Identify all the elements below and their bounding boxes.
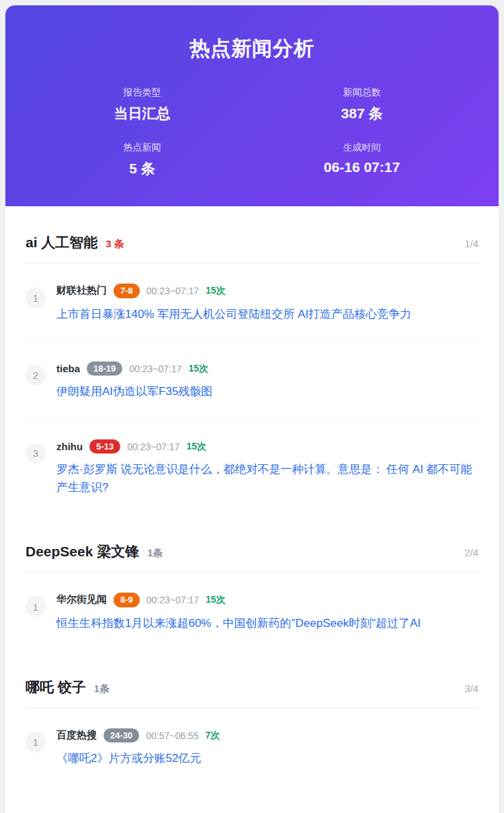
item-frequency: 7次: [206, 730, 220, 742]
stat-value: 06-16 07:17: [252, 159, 472, 175]
news-title-link[interactable]: 恒生生科指数1月以来涨超60%，中国创新药的"DeepSeek时刻"超过了AI: [56, 615, 478, 632]
section-page-indicator: 3/4: [464, 683, 478, 694]
item-meta: 华尔街见闻 8-9 00:23~07:17 15次: [56, 593, 478, 607]
stat-label: 生成时间: [252, 142, 472, 154]
item-index-badge: 3: [26, 443, 46, 464]
item-time-range: 00:23~07:17: [146, 595, 199, 605]
item-time-range: 00:57~06:55: [146, 730, 198, 741]
stat-total-news: 新闻总数 387 条: [252, 87, 472, 123]
news-item: 1 华尔街见闻 8-9 00:23~07:17 15次 恒生生科指数1月以来涨超…: [26, 572, 478, 636]
rank-badge: 7-8: [114, 284, 140, 298]
news-title-link[interactable]: 《哪吒2》片方或分账52亿元: [56, 750, 478, 767]
rank-badge: 5-13: [89, 439, 120, 454]
item-index-badge: 1: [26, 732, 46, 753]
item-index-badge: 1: [26, 288, 46, 308]
item-meta: 百度热搜 24-30 00:57~06:55 7次: [56, 728, 478, 743]
stat-value: 当日汇总: [32, 104, 252, 123]
item-source: 财联社热门: [56, 284, 107, 297]
item-time-range: 00:23~07:17: [129, 363, 181, 374]
section-ai: ai 人工智能 3 条 1/4 1 财联社热门 7-8 00:23~07:17 …: [26, 233, 478, 501]
news-item: 1 财联社热门 7-8 00:23~07:17 15次 上市首日暴涨140% 军…: [26, 263, 478, 341]
report-content: ai 人工智能 3 条 1/4 1 财联社热门 7-8 00:23~07:17 …: [5, 206, 499, 799]
item-index-badge: 1: [26, 597, 46, 617]
item-body: tieba 18-19 00:23~07:17 15次 伊朗疑用AI伪造以军F3…: [56, 361, 478, 401]
stat-hot-news: 热点新闻 5 条: [32, 142, 252, 178]
section-page-indicator: 2/4: [464, 547, 478, 558]
news-title-link[interactable]: 上市首日暴涨140% 军用无人机公司登陆纽交所 AI打造产品核心竞争力: [56, 306, 478, 323]
news-item: 1 百度热搜 24-30 00:57~06:55 7次 《哪吒2》片方或分账52…: [26, 708, 478, 772]
item-frequency: 15次: [186, 441, 206, 453]
section-deepseek: DeepSeek 梁文锋 1条 2/4 1 华尔街见闻 8-9 00:23~07…: [26, 542, 478, 636]
item-body: 百度热搜 24-30 00:57~06:55 7次 《哪吒2》片方或分账52亿元: [56, 728, 478, 768]
item-time-range: 00:23~07:17: [127, 441, 179, 452]
section-count-badge: 3 条: [106, 238, 124, 251]
item-body: 财联社热门 7-8 00:23~07:17 15次 上市首日暴涨140% 军用无…: [56, 284, 478, 323]
section-title: 哪吒 饺子: [26, 678, 86, 697]
section-page-indicator: 1/4: [464, 238, 478, 249]
section-header: DeepSeek 梁文锋 1条 2/4: [26, 542, 478, 572]
page-title: 热点新闻分析: [32, 35, 472, 62]
item-source: 百度热搜: [56, 729, 97, 742]
news-item: 3 zhihu 5-13 00:23~07:17 15次 罗杰·彭罗斯 说无论意…: [26, 419, 478, 501]
report-header: 热点新闻分析 报告类型 当日汇总 新闻总数 387 条 热点新闻 5 条 生成时…: [5, 5, 499, 206]
section-count-badge: 1条: [94, 683, 110, 695]
stats-grid: 报告类型 当日汇总 新闻总数 387 条 热点新闻 5 条 生成时间 06-16…: [32, 87, 472, 178]
item-meta: tieba 18-19 00:23~07:17 15次: [56, 361, 478, 376]
item-body: zhihu 5-13 00:23~07:17 15次 罗杰·彭罗斯 说无论意识是…: [56, 439, 478, 497]
section-title: DeepSeek 梁文锋: [26, 542, 139, 561]
item-body: 华尔街见闻 8-9 00:23~07:17 15次 恒生生科指数1月以来涨超60…: [56, 593, 478, 632]
item-source: tieba: [56, 363, 80, 374]
rank-badge: 18-19: [87, 361, 122, 376]
report-card: 热点新闻分析 报告类型 当日汇总 新闻总数 387 条 热点新闻 5 条 生成时…: [5, 5, 499, 813]
stat-label: 新闻总数: [252, 87, 472, 99]
rank-badge: 24-30: [103, 728, 139, 743]
item-frequency: 15次: [189, 363, 209, 375]
item-frequency: 15次: [206, 285, 226, 297]
item-index-badge: 2: [26, 366, 46, 386]
stat-report-type: 报告类型 当日汇总: [32, 87, 252, 123]
stat-value: 5 条: [32, 159, 252, 178]
rank-badge: 8-9: [114, 593, 140, 607]
item-source: 华尔街见闻: [56, 593, 107, 606]
item-meta: zhihu 5-13 00:23~07:17 15次: [56, 439, 478, 454]
item-meta: 财联社热门 7-8 00:23~07:17 15次: [56, 284, 478, 298]
section-count-badge: 1条: [147, 547, 163, 560]
stat-generated-time: 生成时间 06-16 07:17: [252, 142, 472, 178]
news-title-link[interactable]: 罗杰·彭罗斯 说无论意识是什么，都绝对不是一种计算。意思是： 任何 AI 都不可…: [56, 461, 478, 497]
item-time-range: 00:23~07:17: [146, 286, 199, 296]
section-title: ai 人工智能: [26, 233, 97, 252]
section-header: ai 人工智能 3 条 1/4: [26, 233, 478, 263]
section-header: 哪吒 饺子 1条 3/4: [26, 678, 478, 708]
news-item: 2 tieba 18-19 00:23~07:17 15次 伊朗疑用AI伪造以军…: [26, 341, 478, 419]
stat-label: 报告类型: [32, 87, 252, 99]
news-title-link[interactable]: 伊朗疑用AI伪造以军F35残骸图: [56, 383, 478, 400]
item-source: zhihu: [56, 441, 83, 452]
stat-value: 387 条: [252, 104, 472, 123]
section-nezha: 哪吒 饺子 1条 3/4 1 百度热搜 24-30 00:57~06:55 7次…: [26, 678, 478, 772]
item-frequency: 15次: [206, 594, 226, 606]
stat-label: 热点新闻: [32, 142, 252, 154]
